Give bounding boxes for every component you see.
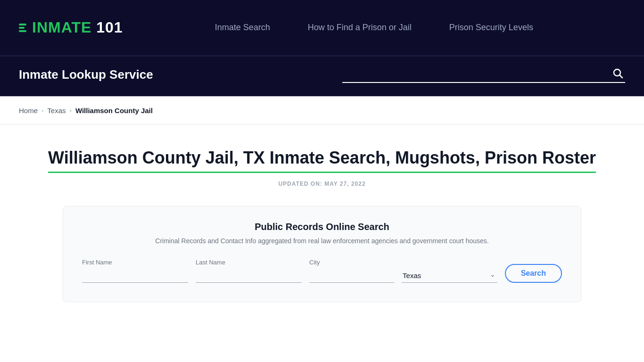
public-records-description: Criminal Records and Contact Info aggreg… <box>82 237 562 245</box>
public-records-card: Public Records Online Search Criminal Re… <box>63 206 581 302</box>
public-records-title: Public Records Online Search <box>82 222 562 232</box>
breadcrumb-home[interactable]: Home <box>19 107 38 115</box>
last-name-label: Last Name <box>196 259 302 266</box>
logo-bar-1 <box>19 24 26 25</box>
nav-links: Inmate Search How to Find a Prison or Ja… <box>123 23 625 33</box>
nav-how-to-find[interactable]: How to Find a Prison or Jail <box>308 23 412 33</box>
logo[interactable]: INMATE 101 <box>19 19 123 36</box>
search-form: First Name Last Name City Alabama Alaska… <box>82 259 562 283</box>
logo-bars-icon <box>19 24 26 32</box>
breadcrumb-current-page: Williamson County Jail <box>75 107 153 115</box>
top-navigation: INMATE 101 Inmate Search How to Find a P… <box>0 0 644 57</box>
svg-line-1 <box>620 75 623 78</box>
page-title: Williamson County Jail, TX Inmate Search… <box>48 148 596 173</box>
first-name-label: First Name <box>82 259 188 266</box>
city-field: City <box>309 259 394 283</box>
breadcrumb-chevron-1: › <box>41 107 43 114</box>
logo-bar-2 <box>19 27 25 29</box>
nav-inmate-search[interactable]: Inmate Search <box>215 23 270 33</box>
search-input[interactable] <box>342 66 625 83</box>
logo-bar-3 <box>19 30 26 32</box>
search-section: Inmate Lookup Service <box>0 57 644 97</box>
search-section-title: Inmate Lookup Service <box>19 67 153 82</box>
last-name-input[interactable] <box>196 269 302 283</box>
updated-date: UPDATED ON: MAY 27, 2022 <box>19 181 625 187</box>
main-content: Williamson County Jail, TX Inmate Search… <box>0 124 644 321</box>
search-button[interactable]: Search <box>505 264 562 283</box>
first-name-field: First Name <box>82 259 188 283</box>
state-label <box>402 259 497 266</box>
last-name-field: Last Name <box>196 259 302 283</box>
breadcrumb-chevron-2: › <box>70 107 72 114</box>
search-icon-button[interactable] <box>612 67 623 82</box>
search-icon <box>612 67 623 79</box>
city-label: City <box>309 259 394 266</box>
logo-prefix: INMATE <box>32 19 91 36</box>
state-field: Alabama Alaska Arizona Arkansas Californ… <box>402 259 497 283</box>
search-input-wrapper <box>342 66 625 83</box>
logo-text: INMATE 101 <box>32 19 123 36</box>
logo-suffix: 101 <box>91 19 123 36</box>
city-input[interactable] <box>309 269 394 283</box>
page-title-wrapper: Williamson County Jail, TX Inmate Search… <box>19 148 625 173</box>
breadcrumb: Home › Texas › Williamson County Jail <box>0 97 644 124</box>
state-select[interactable]: Alabama Alaska Arizona Arkansas Californ… <box>402 269 497 283</box>
nav-security-levels[interactable]: Prison Security Levels <box>449 23 533 33</box>
first-name-input[interactable] <box>82 269 188 283</box>
breadcrumb-state[interactable]: Texas <box>47 107 66 115</box>
